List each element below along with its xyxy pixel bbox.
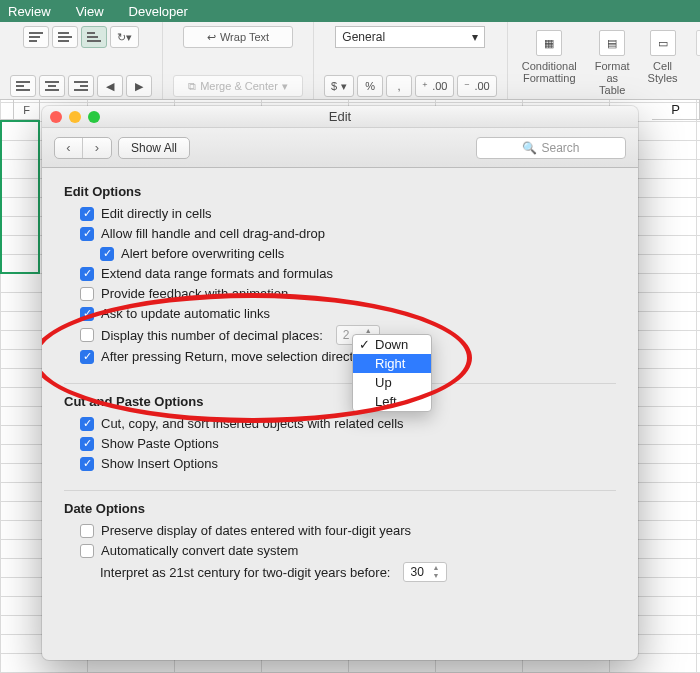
minimize-icon[interactable]: [69, 111, 81, 123]
separator: [64, 383, 616, 384]
orientation-button[interactable]: ↻▾: [110, 26, 139, 48]
lbl-century: Interpret as 21st century for two-digit …: [100, 564, 390, 581]
dd-option-right[interactable]: Right: [353, 354, 431, 373]
dd-option-up[interactable]: Up: [353, 373, 431, 392]
tab-view[interactable]: View: [76, 4, 104, 19]
number-group: General▾ $ ▾ % , ⁺.00 ⁻.00: [314, 22, 508, 99]
lbl-feedback-anim: Provide feedback with animation: [101, 285, 288, 302]
titlebar[interactable]: Edit: [42, 106, 638, 128]
comma-button[interactable]: ,: [386, 75, 412, 97]
chk-dec-places[interactable]: [80, 328, 94, 342]
cell-styles-button[interactable]: ▭Cell Styles: [644, 28, 682, 86]
forward-button[interactable]: ›: [83, 138, 111, 158]
chk-cut-copy[interactable]: [80, 417, 94, 431]
wrap-text-button[interactable]: ↩ Wrap Text: [183, 26, 293, 48]
align-top-button[interactable]: [23, 26, 49, 48]
lbl-preserve-dates: Preserve display of dates entered with f…: [101, 522, 411, 539]
ribbon: ↻▾ ◀ ▶ ↩ Wrap Text ⧉ Merge & Center ▾ Ge…: [0, 22, 700, 100]
edit-options-section: Edit Options Edit directly in cells Allo…: [64, 184, 616, 365]
chk-auto-convert[interactable]: [80, 544, 94, 558]
edit-options-header: Edit Options: [64, 184, 616, 199]
lbl-auto-convert: Automatically convert date system: [101, 542, 298, 559]
pref-body: Edit Options Edit directly in cells Allo…: [42, 168, 638, 660]
percent-button[interactable]: %: [357, 75, 383, 97]
number-format-combo[interactable]: General▾: [335, 26, 485, 48]
align-bottom-button[interactable]: [81, 26, 107, 48]
dd-option-down[interactable]: Down: [353, 335, 431, 354]
increase-indent-button[interactable]: ▶: [126, 75, 152, 97]
format-as-table-button[interactable]: ▤Format as Table: [591, 28, 634, 98]
chk-fill-handle[interactable]: [80, 227, 94, 241]
merge-center-button[interactable]: ⧉ Merge & Center ▾: [173, 75, 303, 97]
date-options-header: Date Options: [64, 501, 616, 516]
century-stepper[interactable]: 30▲▼: [403, 562, 447, 582]
increase-decimal-button[interactable]: ⁺.00: [415, 75, 454, 97]
lbl-cut-copy: Cut, copy, and sort inserted objects wit…: [101, 415, 404, 432]
lbl-show-insert: Show Insert Options: [101, 455, 218, 472]
cut-paste-section: Cut and Paste Options Cut, copy, and sor…: [64, 394, 616, 472]
cut-paste-header: Cut and Paste Options: [64, 394, 616, 409]
lbl-after-return: After pressing Return, move selection di…: [101, 348, 374, 365]
wrap-merge-group: ↩ Wrap Text ⧉ Merge & Center ▾: [163, 22, 314, 99]
lbl-alert-overwrite: Alert before overwriting cells: [121, 245, 284, 262]
chk-after-return[interactable]: [80, 350, 94, 364]
date-options-section: Date Options Preserve display of dates e…: [64, 501, 616, 582]
decrease-decimal-button[interactable]: ⁻.00: [457, 75, 496, 97]
conditional-formatting-button[interactable]: ▦Conditional Formatting: [518, 28, 581, 86]
chk-preserve-dates[interactable]: [80, 524, 94, 538]
tab-review[interactable]: Review: [8, 4, 51, 19]
dd-option-left[interactable]: Left: [353, 392, 431, 411]
chk-show-insert[interactable]: [80, 457, 94, 471]
tab-developer[interactable]: Developer: [129, 4, 188, 19]
selection-outline: [0, 120, 40, 274]
lbl-fill-handle: Allow fill handle and cell drag-and-drop: [101, 225, 325, 242]
ribbon-tabs: Review View Developer: [0, 0, 700, 22]
chk-extend-fmt[interactable]: [80, 267, 94, 281]
zoom-icon[interactable]: [88, 111, 100, 123]
currency-button[interactable]: $ ▾: [324, 75, 354, 97]
search-icon: 🔍: [522, 141, 537, 155]
chk-alert-overwrite[interactable]: [100, 247, 114, 261]
preferences-window: Edit ‹ › Show All 🔍 Search Edit Options …: [42, 106, 638, 660]
insert-button[interactable]: ⊞Ins: [692, 28, 700, 74]
lbl-extend-fmt: Extend data range formats and formulas: [101, 265, 333, 282]
show-all-button[interactable]: Show All: [118, 137, 190, 159]
styles-group: ▦Conditional Formatting ▤Format as Table…: [508, 22, 700, 99]
separator: [64, 490, 616, 491]
lbl-auto-links: Ask to update automatic links: [101, 305, 270, 322]
align-middle-button[interactable]: [52, 26, 78, 48]
nav-segment: ‹ ›: [54, 137, 112, 159]
align-right-button[interactable]: [68, 75, 94, 97]
chk-show-paste[interactable]: [80, 437, 94, 451]
lbl-show-paste: Show Paste Options: [101, 435, 219, 452]
col-f[interactable]: F: [14, 100, 40, 120]
chk-auto-links[interactable]: [80, 307, 94, 321]
chk-feedback-anim[interactable]: [80, 287, 94, 301]
back-button[interactable]: ‹: [55, 138, 83, 158]
close-icon[interactable]: [50, 111, 62, 123]
search-field[interactable]: 🔍 Search: [476, 137, 626, 159]
align-left-button[interactable]: [10, 75, 36, 97]
decrease-indent-button[interactable]: ◀: [97, 75, 123, 97]
window-title: Edit: [329, 109, 351, 124]
col-p[interactable]: P: [652, 100, 700, 120]
align-center-button[interactable]: [39, 75, 65, 97]
direction-dropdown[interactable]: Down Right Up Left: [352, 334, 432, 412]
pref-toolbar: ‹ › Show All 🔍 Search: [42, 128, 638, 168]
chk-edit-directly[interactable]: [80, 207, 94, 221]
lbl-dec-places: Display this number of decimal places:: [101, 327, 323, 344]
lbl-edit-directly: Edit directly in cells: [101, 205, 212, 222]
align-group: ↻▾ ◀ ▶: [0, 22, 163, 99]
